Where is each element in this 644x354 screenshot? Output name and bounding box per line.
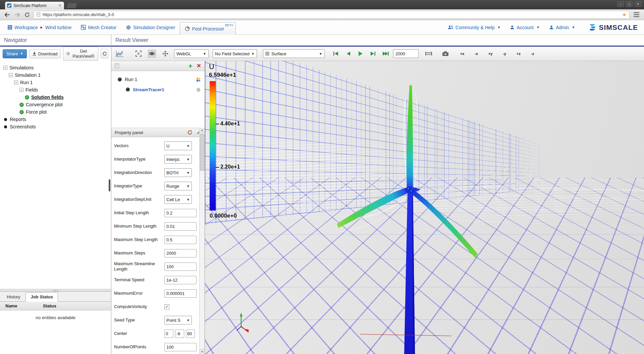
reload-button[interactable] — [23, 11, 31, 18]
scroll-up-arrow[interactable]: ▲ — [200, 128, 205, 133]
tree-item-screenshots[interactable]: Screenshots — [0, 123, 111, 130]
view-minus-z-button[interactable]: -z — [529, 50, 537, 58]
view-plus-z-button[interactable]: +z — [515, 50, 523, 58]
refresh-button[interactable] — [101, 49, 108, 58]
arrow-right-icon: ► — [40, 25, 43, 29]
get-paraview-button[interactable]: Get ParaView® — [63, 47, 98, 61]
vectors-select[interactable]: U▼ — [164, 141, 192, 150]
chevron-down-icon: ▼ — [251, 52, 255, 56]
time-input[interactable] — [393, 49, 419, 58]
tree-item-fields[interactable]: Fields — [0, 86, 111, 94]
legend-title: U — [209, 62, 236, 71]
tab-close-icon[interactable]: ✕ — [58, 3, 62, 8]
view-minus-y-button[interactable]: -y — [500, 50, 508, 58]
minimum-step-length-input[interactable] — [164, 222, 197, 231]
previous-frame-button[interactable] — [344, 50, 352, 58]
center-z-input[interactable] — [186, 330, 195, 338]
property-scrollbar[interactable]: ▲ ▼ — [199, 128, 205, 354]
reset-icon[interactable] — [187, 130, 193, 135]
field-select[interactable]: No Field Selected ▼ — [213, 49, 257, 58]
collapse-icon[interactable] — [14, 80, 18, 84]
pan-mode-button[interactable] — [161, 50, 169, 58]
tree-item-run-1[interactable]: Run 1 — [0, 79, 111, 86]
tab-history[interactable]: History — [2, 293, 25, 301]
navigator-scrollbar-thumb[interactable] — [109, 179, 110, 191]
number-of-points-input[interactable] — [164, 343, 197, 351]
nav-workspace[interactable]: Workspace ► Wind turbine — [3, 20, 76, 35]
rotate-mode-button[interactable] — [148, 50, 156, 58]
representation-select[interactable]: Surface ▼ — [263, 49, 325, 58]
add-filter-button[interactable]: + — [188, 62, 192, 69]
tree-item-reports[interactable]: Reports — [0, 116, 111, 123]
nav-account[interactable]: Account ▼ — [505, 20, 544, 35]
play-button[interactable] — [357, 50, 365, 58]
nav-mesh-creator[interactable]: Mesh Creator — [76, 20, 121, 35]
tree-item-solution-fields[interactable]: ✓Solution fields — [0, 94, 111, 101]
window-maximize-button[interactable]: ▢ — [626, 1, 633, 7]
initial-step-length-input[interactable] — [164, 209, 197, 217]
integration-step-unit-select[interactable]: Cell Le▼ — [164, 195, 192, 204]
navigator-tree: Simulations Simulation 1 Run 1 Fields ✓S… — [0, 61, 111, 289]
property-row: IntegrationDirection BOTH▼ — [114, 166, 199, 179]
maximum-step-length-input[interactable] — [164, 236, 197, 244]
last-frame-button[interactable] — [381, 50, 389, 58]
scroll-down-arrow[interactable]: ▼ — [200, 349, 205, 354]
nav-simulation-designer[interactable]: Simulation Designer — [121, 20, 180, 35]
next-frame-button[interactable] — [369, 50, 377, 58]
visibility-eye-icon[interactable] — [117, 77, 122, 82]
nav-community-help[interactable]: Community & Help ▼ — [443, 20, 505, 35]
back-button[interactable] — [3, 11, 11, 18]
window-close-button[interactable]: ✕ — [635, 1, 641, 7]
forward-button[interactable] — [13, 11, 21, 18]
tree-item-simulations[interactable]: Simulations — [0, 64, 111, 71]
renderer-select[interactable]: WebGL ▼ — [174, 49, 209, 58]
scrollbar-thumb[interactable] — [200, 134, 204, 171]
pipeline-item-run[interactable]: Run 1 — [111, 74, 205, 84]
download-button[interactable]: Download — [29, 49, 61, 58]
visibility-eye-icon[interactable] — [125, 87, 130, 92]
collapse-icon[interactable] — [9, 73, 13, 77]
tree-item-convergence-plot[interactable]: ✓Convergence plot — [0, 101, 111, 108]
browser-menu-button[interactable] — [632, 11, 641, 18]
interpolator-type-select[interactable]: Interpc▼ — [164, 155, 192, 164]
collapse-icon[interactable] — [19, 88, 23, 92]
tree-item-force-plot[interactable]: ✓Force plot — [0, 108, 111, 116]
person-icon — [549, 25, 554, 30]
terminal-speed-input[interactable] — [164, 276, 197, 284]
tree-item-simulation-1[interactable]: Simulation 1 — [0, 71, 111, 79]
address-bar[interactable]: https://platform.simscale.de/#tab_3-0 ★ — [34, 11, 630, 19]
center-y-input[interactable] — [175, 330, 184, 338]
seed-type-select[interactable]: Point S▼ — [164, 316, 192, 324]
panel-splitter[interactable] — [0, 289, 111, 292]
pipeline-header: + ✕ — [111, 61, 205, 71]
time-range-button[interactable] — [425, 50, 433, 58]
pipeline-icon — [115, 63, 119, 68]
view-plus-y-button[interactable]: +y — [486, 50, 494, 58]
charts-button[interactable] — [116, 50, 124, 58]
first-frame-button[interactable] — [332, 50, 340, 58]
integration-direction-select[interactable]: BOTH▼ — [164, 168, 192, 177]
nav-post-processor[interactable]: Post-Processor BETA — [180, 22, 236, 35]
share-button[interactable]: Share ▼ — [3, 49, 27, 58]
window-minimize-button[interactable]: — — [617, 1, 624, 7]
maximum-streamline-length-input[interactable] — [164, 262, 197, 271]
nav-admin[interactable]: Admin ▼ — [544, 20, 580, 35]
collapse-icon[interactable] — [3, 66, 7, 70]
compute-vorticity-checkbox[interactable]: ✓ — [164, 304, 169, 309]
property-row: Seed Type Point S▼ — [114, 313, 199, 327]
maximum-error-input[interactable] — [164, 289, 197, 298]
viewport-3d[interactable]: U 6.5946e+1 4.40e+1 2.20e+1 0.0000e+0 — [205, 61, 644, 354]
pipeline-item-streamtracer[interactable]: StreamTracer1 — [111, 84, 205, 95]
screenshot-button[interactable] — [441, 50, 449, 58]
view-plus-x-button[interactable]: +x — [458, 50, 466, 58]
bookmark-star-icon[interactable]: ★ — [622, 12, 627, 17]
delete-filter-button[interactable]: ✕ — [197, 63, 201, 69]
view-minus-x-button[interactable]: -x — [472, 50, 480, 58]
center-x-input[interactable] — [164, 330, 173, 338]
fit-view-button[interactable] — [135, 50, 143, 58]
new-tab-button[interactable] — [66, 3, 77, 8]
maximum-steps-input[interactable] — [164, 249, 197, 257]
browser-tab[interactable]: SimScale Platform ✕ — [5, 1, 64, 9]
integrator-type-select[interactable]: Runge▼ — [164, 182, 192, 190]
tab-job-status[interactable]: Job Status — [25, 292, 58, 302]
